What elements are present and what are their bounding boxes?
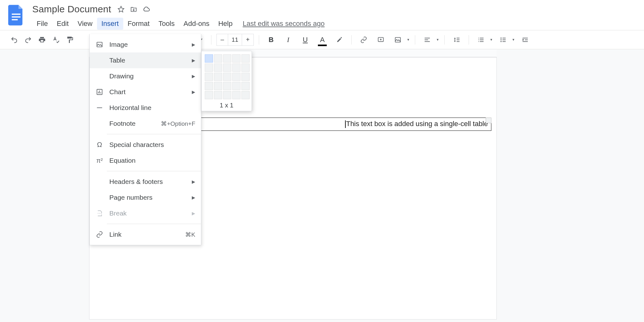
menu-item-headers-footers[interactable]: Headers & footers ▶: [90, 174, 201, 190]
grid-cell[interactable]: [223, 82, 231, 90]
grid-cell[interactable]: [223, 91, 231, 99]
underline-button[interactable]: U: [300, 34, 311, 46]
font-size-increase[interactable]: +: [242, 34, 253, 46]
grid-cell[interactable]: [232, 54, 240, 63]
grid-cell[interactable]: [241, 54, 250, 63]
grid-cell[interactable]: [241, 91, 250, 99]
submenu-arrow-icon: ▶: [192, 89, 195, 94]
font-size-value[interactable]: 11: [228, 34, 242, 46]
print-icon[interactable]: [37, 34, 47, 45]
cell-handle-icon[interactable]: [486, 118, 491, 123]
bulleted-list-button[interactable]: [497, 34, 509, 46]
grid-cell[interactable]: [232, 73, 240, 81]
grid-cell[interactable]: [232, 91, 240, 99]
text-color-button[interactable]: A: [317, 34, 328, 46]
align-button[interactable]: [422, 34, 433, 46]
menu-item-table[interactable]: Table ▶: [90, 52, 201, 68]
separator: [415, 35, 415, 45]
grid-cell[interactable]: [223, 64, 231, 72]
menu-edit[interactable]: Edit: [52, 18, 73, 30]
grid-cell[interactable]: [241, 64, 250, 72]
menu-item-chart[interactable]: Chart ▶: [90, 84, 201, 100]
line-spacing-button[interactable]: [451, 34, 462, 46]
menu-label: Equation: [109, 157, 195, 164]
page-break-icon: [95, 209, 104, 217]
dropdown-caret-icon[interactable]: ▼: [490, 38, 493, 41]
grid-cell[interactable]: [214, 73, 222, 81]
menu-label: Page numbers: [109, 194, 186, 201]
doc-title[interactable]: Sample Document: [32, 4, 111, 15]
comment-button[interactable]: [375, 34, 386, 46]
dropdown-caret-icon[interactable]: ▼: [512, 38, 515, 41]
menu-insert[interactable]: Insert: [97, 18, 123, 30]
menu-item-equation[interactable]: π² Equation: [90, 153, 201, 168]
menu-divider: [107, 224, 201, 224]
grid-cell[interactable]: [223, 54, 231, 63]
menu-tools[interactable]: Tools: [154, 18, 179, 30]
grid-cell[interactable]: [214, 64, 222, 72]
grid-cell[interactable]: [205, 73, 213, 81]
menu-label: Headers & footers: [109, 178, 186, 185]
grid-cell[interactable]: [214, 54, 222, 63]
highlight-button[interactable]: [334, 34, 345, 46]
grid-cell[interactable]: [223, 73, 231, 81]
table-cell[interactable]: This text box is added using a single-ce…: [197, 118, 491, 131]
menu-divider: [107, 134, 201, 134]
grid-cell[interactable]: [214, 91, 222, 99]
table-size-grid[interactable]: [205, 54, 248, 99]
grid-cell[interactable]: [205, 91, 213, 99]
numbered-list-button[interactable]: [475, 34, 487, 46]
move-icon[interactable]: [130, 5, 138, 13]
menu-divider: [107, 171, 201, 171]
menu-file[interactable]: File: [32, 18, 52, 30]
grid-cell[interactable]: [205, 54, 213, 63]
blank-icon: [95, 72, 104, 80]
grid-cell[interactable]: [232, 82, 240, 90]
last-edit-link[interactable]: Last edit was seconds ago: [243, 20, 325, 28]
image-button[interactable]: [392, 34, 404, 46]
blank-icon: [95, 193, 104, 202]
blank-icon: [95, 119, 104, 128]
menu-item-footnote[interactable]: Footnote ⌘+Option+F: [90, 116, 201, 131]
grid-cell[interactable]: [241, 73, 250, 81]
menu-addons[interactable]: Add-ons: [179, 18, 214, 30]
submenu-arrow-icon: ▶: [192, 211, 195, 216]
separator: [444, 35, 445, 45]
italic-button[interactable]: I: [283, 34, 294, 46]
grid-cell[interactable]: [214, 82, 222, 90]
chart-icon: [95, 88, 104, 96]
decrease-indent-button[interactable]: [519, 34, 531, 46]
menu-view[interactable]: View: [73, 18, 97, 30]
redo-icon[interactable]: [23, 34, 33, 45]
bold-button[interactable]: B: [265, 34, 277, 46]
submenu-arrow-icon: ▶: [192, 74, 195, 79]
blank-icon: [95, 178, 104, 186]
menu-format[interactable]: Format: [123, 18, 154, 30]
grid-cell[interactable]: [205, 64, 213, 72]
undo-icon[interactable]: [9, 34, 20, 45]
grid-cell[interactable]: [205, 82, 213, 90]
menu-item-link[interactable]: Link ⌘K: [90, 227, 201, 242]
menu-item-horizontal-line[interactable]: Horizontal line: [90, 100, 201, 116]
cloud-icon[interactable]: [142, 5, 150, 13]
grid-cell[interactable]: [241, 82, 250, 90]
menu-label: Chart: [109, 88, 186, 96]
menu-label: Break: [109, 210, 186, 217]
dropdown-caret-icon[interactable]: ▼: [407, 38, 410, 41]
docs-logo[interactable]: [8, 4, 25, 27]
menu-item-drawing[interactable]: Drawing ▶: [90, 68, 201, 84]
svg-rect-0: [12, 14, 21, 15]
menu-item-image[interactable]: Image ▶: [90, 37, 201, 52]
menu-item-special-characters[interactable]: Ω Special characters: [90, 137, 201, 153]
font-size-decrease[interactable]: –: [217, 34, 228, 46]
separator: [211, 35, 211, 45]
grid-cell[interactable]: [232, 64, 240, 72]
dropdown-caret-icon[interactable]: ▼: [436, 38, 439, 41]
star-icon[interactable]: [117, 5, 125, 13]
paint-format-icon[interactable]: [64, 34, 75, 45]
menu-help[interactable]: Help: [214, 18, 237, 30]
menu-shortcut: ⌘+Option+F: [161, 120, 195, 127]
menu-item-page-numbers[interactable]: Page numbers ▶: [90, 190, 201, 205]
spellcheck-icon[interactable]: [51, 34, 61, 45]
link-button[interactable]: [358, 34, 369, 46]
